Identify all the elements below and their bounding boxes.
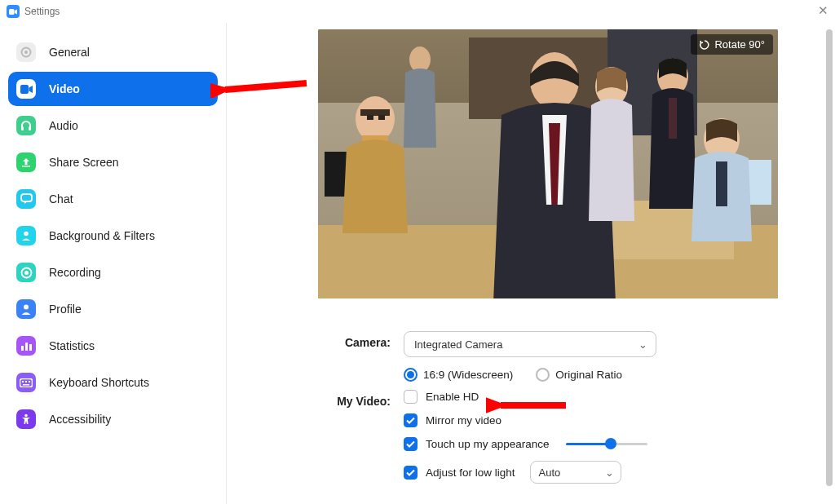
svg-rect-19 <box>23 384 29 386</box>
sidebar: GeneralVideoAudioShare ScreenChatBackgro… <box>0 23 227 504</box>
svg-rect-4 <box>21 126 24 130</box>
svg-rect-31 <box>716 161 727 206</box>
window-title: Settings <box>24 6 60 17</box>
ratio-widescreen-radio[interactable]: 16:9 (Widescreen) <box>404 368 513 382</box>
close-icon[interactable]: ✕ <box>818 3 828 18</box>
svg-rect-6 <box>22 166 30 167</box>
headphones-icon <box>16 116 36 135</box>
slider-thumb[interactable] <box>605 438 616 449</box>
sidebar-item-label: Keyboard Shortcuts <box>49 376 149 389</box>
camera-label: Camera: <box>320 331 404 349</box>
rotate-label: Rotate 90° <box>714 38 765 51</box>
ratio-widescreen-label: 16:9 (Widescreen) <box>423 369 513 381</box>
sidebar-item-label: General <box>49 46 90 59</box>
rotate-icon <box>699 39 710 51</box>
svg-rect-15 <box>20 378 33 387</box>
titlebar: Settings ✕ <box>0 0 835 23</box>
chevron-down-icon: ⌄ <box>605 466 614 479</box>
keyboard-icon <box>16 373 36 392</box>
camera-dropdown[interactable]: Integrated Camera ⌄ <box>404 331 656 357</box>
sidebar-item-profile[interactable]: Profile <box>8 292 218 326</box>
svg-rect-13 <box>25 343 28 351</box>
video-icon <box>16 79 36 99</box>
sidebar-item-statistics[interactable]: Statistics <box>8 329 218 363</box>
chevron-down-icon: ⌄ <box>638 338 647 351</box>
svg-point-20 <box>24 414 28 418</box>
sidebar-item-shortcuts[interactable]: Keyboard Shortcuts <box>8 365 218 400</box>
lowlight-mode: Auto <box>539 466 561 479</box>
enable-hd-checkbox[interactable] <box>404 390 418 404</box>
svg-rect-17 <box>25 381 27 382</box>
svg-rect-3 <box>20 85 29 94</box>
record-icon <box>16 263 36 282</box>
touchup-checkbox[interactable] <box>404 437 418 451</box>
accessibility-icon <box>16 409 36 429</box>
share-icon <box>16 153 36 172</box>
svg-rect-16 <box>22 381 24 382</box>
sidebar-item-recording[interactable]: Recording <box>8 255 218 290</box>
sidebar-item-label: Share Screen <box>49 156 119 169</box>
sidebar-item-label: Profile <box>49 303 82 316</box>
svg-point-22 <box>356 96 395 142</box>
svg-rect-25 <box>367 115 373 120</box>
svg-rect-18 <box>29 381 30 382</box>
chat-icon <box>16 189 36 209</box>
video-preview: Rotate 90° <box>318 29 778 298</box>
svg-rect-12 <box>21 346 24 351</box>
sidebar-item-audio[interactable]: Audio <box>8 108 218 143</box>
svg-point-8 <box>24 232 29 237</box>
sidebar-item-share-screen[interactable]: Share Screen <box>8 145 218 179</box>
svg-point-10 <box>24 271 29 275</box>
person-icon <box>16 226 36 245</box>
enable-hd-label: Enable HD <box>426 391 479 403</box>
sidebar-item-label: Accessibility <box>49 413 111 426</box>
touchup-slider[interactable] <box>566 443 647 445</box>
svg-rect-14 <box>29 344 32 351</box>
svg-rect-5 <box>29 126 31 130</box>
stats-icon <box>16 336 36 356</box>
rotate-button[interactable]: Rotate 90° <box>691 34 773 55</box>
radio-selected-icon <box>404 368 418 382</box>
radio-unselected-icon <box>536 368 550 382</box>
sidebar-item-label: Recording <box>49 266 101 279</box>
svg-rect-23 <box>360 109 390 116</box>
mirror-checkbox[interactable] <box>404 413 418 427</box>
sidebar-item-label: Statistics <box>49 339 95 352</box>
lowlight-checkbox[interactable] <box>404 466 418 480</box>
sidebar-item-background[interactable]: Background & Filters <box>8 219 218 253</box>
sidebar-item-accessibility[interactable]: Accessibility <box>8 402 218 436</box>
sidebar-item-label: Background & Filters <box>49 229 155 242</box>
profile-icon <box>16 299 36 319</box>
sidebar-item-general[interactable]: General <box>8 35 218 69</box>
ratio-original-radio[interactable]: Original Ratio <box>536 368 622 382</box>
sidebar-item-label: Video <box>49 82 80 95</box>
app-icon <box>7 5 20 18</box>
svg-point-2 <box>24 51 28 54</box>
sidebar-item-chat[interactable]: Chat <box>8 182 218 216</box>
mirror-label: Mirror my video <box>426 414 501 427</box>
svg-rect-7 <box>21 194 32 201</box>
svg-point-11 <box>24 305 29 310</box>
svg-rect-0 <box>9 9 15 15</box>
preview-scene <box>318 29 778 298</box>
camera-selected: Integrated Camera <box>414 338 502 351</box>
touchup-label: Touch up my appearance <box>426 438 550 450</box>
scrollbar[interactable] <box>826 28 833 497</box>
lowlight-mode-dropdown[interactable]: Auto ⌄ <box>530 461 621 484</box>
lowlight-label: Adjust for low light <box>426 466 515 479</box>
sidebar-item-label: Chat <box>49 192 73 206</box>
gear-icon <box>16 42 36 62</box>
svg-rect-26 <box>378 115 385 120</box>
ratio-original-label: Original Ratio <box>555 369 622 381</box>
sidebar-item-video[interactable]: Video <box>8 72 218 106</box>
sidebar-item-label: Audio <box>49 119 78 132</box>
svg-rect-29 <box>669 98 677 139</box>
myvideo-label: My Video: <box>320 390 404 408</box>
main-panel: Rotate 90° Camera: Integrated Camera ⌄ 1… <box>227 23 835 504</box>
scrollbar-thumb[interactable] <box>826 29 833 486</box>
